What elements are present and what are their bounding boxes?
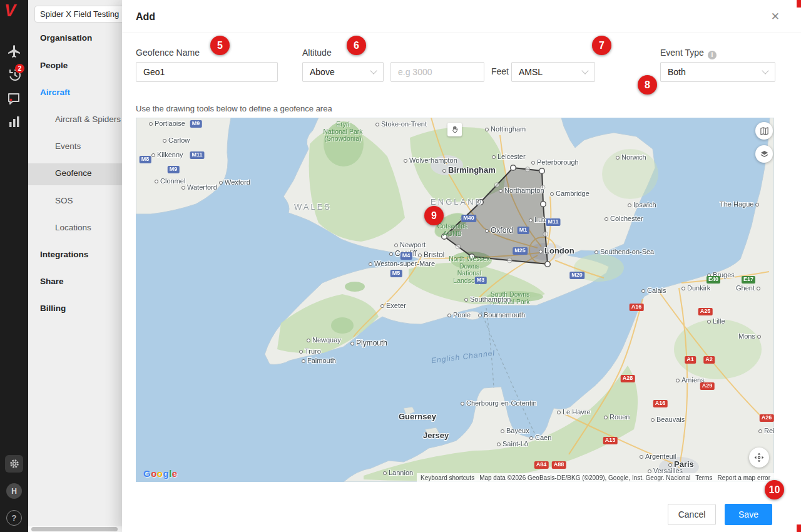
sidebar-item-integrations[interactable]: Integrations (40, 250, 88, 259)
map-label-stoke: Stoke-on-Trent (375, 120, 427, 128)
horizontal-scrollbar-thumb[interactable] (31, 527, 118, 531)
sidebar-item-events[interactable]: Events (55, 141, 81, 151)
map-label-oxford: Oxford (485, 226, 513, 235)
road-badge-a25: A25 (698, 308, 713, 315)
road-badge-m4: M4 (400, 252, 412, 260)
keyboard-shortcuts-link[interactable]: Keyboard shortcuts (421, 474, 474, 481)
settings-button[interactable] (5, 455, 23, 473)
report-error-link[interactable]: Report a map error (718, 474, 770, 481)
road-badge-a13: A13 (603, 437, 618, 444)
map-label-london: London (539, 246, 574, 255)
road-badge-m8: M8 (140, 156, 151, 163)
event-type-label: Event Typei (660, 48, 717, 59)
map-label-wolverhampton: Wolverhampton (404, 156, 457, 164)
cancel-button[interactable]: Cancel (668, 504, 716, 525)
map-label-newquay: Newquay (307, 336, 341, 344)
help-button[interactable]: ? (6, 510, 22, 526)
move-arrows-icon (753, 452, 765, 463)
map-label-plymouth: Plymouth (350, 339, 387, 347)
map-label-mons: Mons (738, 332, 761, 340)
save-button[interactable]: Save (725, 504, 772, 525)
altitude-value-input[interactable] (390, 62, 484, 82)
road-badge-e40: E40 (707, 276, 720, 284)
add-geofence-modal: Add ✕ Geofence Name Altitude Event Typei… (122, 0, 801, 532)
map-label-norwich: Norwich (616, 153, 646, 161)
altitude-mode-value: Above (310, 67, 335, 77)
map-label-lannion: Lannion (383, 469, 413, 476)
chevron-down-icon (370, 67, 377, 74)
sidebar-item-aircraft-spiders[interactable]: Aircraft & Spiders (55, 115, 121, 124)
page: V 2 H ? Spider X Field T (0, 0, 801, 532)
chevron-down-icon (762, 67, 768, 74)
chat-icon[interactable] (7, 91, 22, 106)
drawing-pan-tool-button[interactable] (447, 123, 462, 136)
road-badge-a29: A29 (700, 382, 715, 390)
road-badge-a88: A88 (552, 461, 566, 469)
google-logo[interactable]: Google (143, 468, 178, 479)
road-badge-m1: M1 (518, 227, 529, 234)
altitude-reference-select[interactable]: AMSL (511, 62, 595, 82)
geofence-name-input[interactable] (136, 62, 278, 82)
app-logo[interactable]: V (4, 1, 16, 21)
map-label-snowdonia: Eryri National Park (Snowdonia) (323, 121, 362, 143)
map-label-kilkenny: Kilkenny (151, 151, 183, 158)
road-badge-a28: A28 (621, 375, 635, 382)
reports-icon[interactable] (7, 115, 22, 130)
map-label-argenteuil: Argenteuil (640, 453, 676, 460)
aircraft-icon[interactable] (7, 44, 22, 59)
map-label-cambridge: Cambridge (550, 190, 589, 197)
road-badge-m11a: M11 (190, 151, 204, 159)
org-selector[interactable]: Spider X Field Testing (34, 6, 130, 23)
altitude-label: Altitude (302, 48, 332, 58)
vertical-scrollbar-bottom[interactable] (797, 524, 801, 532)
sidebar: Spider X Field Testing Organisation Peop… (28, 0, 122, 532)
map-label-carlow: Carlow (163, 136, 190, 144)
road-badge-m9b: M9 (168, 166, 180, 173)
map-label-bristol: Bristol (418, 250, 444, 259)
sidebar-item-sos[interactable]: SOS (55, 196, 73, 205)
map-label-caen: Caen (529, 434, 551, 441)
map-label-reims: Reims (758, 427, 774, 434)
map-attribution: Keyboard shortcuts Map data ©2026 GeoBas… (417, 473, 774, 482)
map-label-ghent: Ghent (736, 284, 760, 292)
event-type-select[interactable]: Both (660, 62, 775, 82)
road-badge-a2: A2 (703, 356, 715, 364)
layers-icon (760, 150, 769, 159)
sidebar-item-locations[interactable]: Locations (55, 223, 91, 232)
map-label-ipswich: Ipswich (628, 201, 656, 208)
altitude-mode-select[interactable]: Above (302, 62, 384, 82)
sidebar-item-geofence[interactable]: Geofence (55, 168, 92, 178)
map-label-beauvais: Beauvais (651, 416, 685, 423)
annotation-badge-7: 7 (592, 36, 611, 55)
sidebar-item-people[interactable]: People (40, 61, 68, 70)
road-badge-a16a: A16 (630, 304, 644, 311)
map-icon (760, 126, 769, 136)
altitude-reference-value: AMSL (519, 67, 543, 77)
map-type-button[interactable] (755, 122, 773, 140)
event-type-value: Both (668, 67, 686, 77)
pan-control-button[interactable] (749, 448, 769, 468)
modal-header: Add ✕ (122, 0, 801, 33)
terms-link[interactable]: Terms (695, 474, 712, 481)
map-label-exeter: Exeter (380, 302, 406, 309)
sidebar-item-organisation[interactable]: Organisation (40, 33, 92, 43)
sidebar-item-billing[interactable]: Billing (40, 304, 66, 313)
sidebar-item-aircraft[interactable]: Aircraft (40, 88, 70, 97)
vertical-scrollbar-top[interactable] (797, 0, 801, 8)
info-icon[interactable]: i (708, 51, 717, 59)
map-label-jersey: Jersey (423, 431, 449, 440)
road-badge-m5: M5 (390, 270, 402, 277)
avatar[interactable]: H (6, 483, 22, 499)
map-label-cotswolds: Cotswolds AONB (437, 223, 467, 237)
sidebar-item-share[interactable]: Share (40, 277, 64, 286)
geofence-map[interactable]: ENGLAND WALES Eryri National Park (Snowd… (136, 118, 774, 482)
close-icon[interactable]: ✕ (771, 11, 780, 22)
modal-title: Add (136, 11, 155, 23)
map-label-truro: Truro (299, 347, 321, 355)
event-type-label-text: Event Type (660, 48, 704, 58)
map-label-the-hague: The Hague (720, 200, 759, 208)
app-rail: V 2 H ? (0, 0, 28, 532)
layers-button[interactable] (755, 145, 773, 163)
map-label-clonmel: Clonmel (155, 177, 185, 185)
map-label-saint-lo: Saint-Lô (497, 440, 528, 448)
